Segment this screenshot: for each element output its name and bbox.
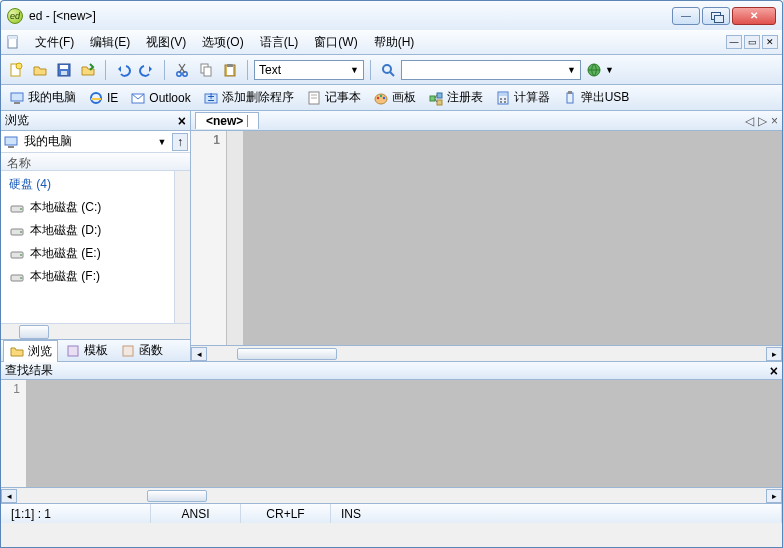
syntax-combo[interactable]: Text ▼ xyxy=(254,60,364,80)
svg-rect-41 xyxy=(567,93,573,103)
paste-button[interactable] xyxy=(219,59,241,81)
ql-addremove[interactable]: ±添加删除程序 xyxy=(199,87,298,108)
drive-item[interactable]: 本地磁盘 (E:) xyxy=(3,242,172,265)
maximize-button[interactable] xyxy=(702,7,730,25)
scroll-thumb[interactable] xyxy=(19,325,49,339)
svg-rect-32 xyxy=(437,100,442,105)
save-button[interactable] xyxy=(53,59,75,81)
menu-help[interactable]: 帮助(H) xyxy=(366,31,423,54)
editor-body[interactable]: 1 xyxy=(191,131,782,345)
tab-close-button[interactable]: × xyxy=(771,114,778,128)
output-close-button[interactable]: × xyxy=(770,363,778,379)
svg-rect-1 xyxy=(8,36,17,39)
drive-item[interactable]: 本地磁盘 (C:) xyxy=(3,196,172,219)
menu-window[interactable]: 窗口(W) xyxy=(306,31,365,54)
save-all-button[interactable] xyxy=(77,59,99,81)
drive-icon xyxy=(9,269,25,285)
tab-templates[interactable]: 模板 xyxy=(60,340,113,361)
output-body[interactable]: 1 xyxy=(1,380,782,487)
computer-icon xyxy=(3,134,19,150)
ql-notepad[interactable]: 记事本 xyxy=(302,87,365,108)
fold-gutter xyxy=(227,131,243,345)
ql-mycomputer[interactable]: 我的电脑 xyxy=(5,87,80,108)
output-hscroll[interactable]: ◂ ▸ xyxy=(1,487,782,503)
web-button[interactable] xyxy=(583,59,605,81)
ql-paint[interactable]: 画板 xyxy=(369,87,420,108)
cut-button[interactable] xyxy=(171,59,193,81)
open-button[interactable] xyxy=(29,59,51,81)
svg-point-3 xyxy=(16,63,22,69)
svg-point-14 xyxy=(383,65,391,73)
svg-point-28 xyxy=(380,94,382,96)
syntax-combo-value: Text xyxy=(259,63,281,77)
scroll-thumb[interactable] xyxy=(237,348,337,360)
mdi-close-button[interactable]: ✕ xyxy=(762,35,778,49)
svg-point-37 xyxy=(500,98,502,100)
undo-button[interactable] xyxy=(112,59,134,81)
scroll-left-button[interactable]: ◂ xyxy=(191,347,207,361)
app-icon: ed xyxy=(7,8,23,24)
template-icon xyxy=(65,343,81,359)
redo-button[interactable] xyxy=(136,59,158,81)
tab-browse[interactable]: 浏览 xyxy=(3,340,58,362)
sidebar-close-button[interactable]: × xyxy=(178,113,186,129)
svg-line-15 xyxy=(390,72,394,76)
svg-rect-36 xyxy=(499,93,507,96)
title-bar: ed ed - [<new>] xyxy=(0,0,783,30)
document-icon xyxy=(5,34,21,50)
mdi-restore-button[interactable]: ▭ xyxy=(744,35,760,49)
svg-point-48 xyxy=(20,231,22,233)
search-button[interactable] xyxy=(377,59,399,81)
tab-prev-button[interactable]: ◁ xyxy=(745,114,754,128)
status-bar: [1:1] : 1 ANSI CR+LF INS xyxy=(1,503,782,523)
computer-icon xyxy=(9,90,25,106)
sidebar-vscroll[interactable] xyxy=(174,171,190,323)
menu-bar: 文件(F) 编辑(E) 视图(V) 选项(O) 语言(L) 窗口(W) 帮助(H… xyxy=(1,30,782,55)
menu-view[interactable]: 视图(V) xyxy=(138,31,194,54)
up-folder-button[interactable]: ↑ xyxy=(172,133,188,151)
scroll-thumb[interactable] xyxy=(147,490,207,502)
ql-regedit[interactable]: 注册表 xyxy=(424,87,487,108)
ql-ejectusb[interactable]: 弹出USB xyxy=(558,87,634,108)
chevron-down-icon[interactable]: ▼ xyxy=(605,65,614,75)
menu-options[interactable]: 选项(O) xyxy=(194,31,251,54)
tab-next-button[interactable]: ▷ xyxy=(758,114,767,128)
sidebar-location-combo[interactable]: 我的电脑 ▼ ↑ xyxy=(1,131,190,153)
svg-point-39 xyxy=(500,101,502,103)
toolbar: Text ▼ ▼ ▼ xyxy=(1,55,782,85)
column-header-name[interactable]: 名称 xyxy=(1,153,190,171)
menu-edit[interactable]: 编辑(E) xyxy=(82,31,138,54)
editor-tab[interactable]: <new> xyxy=(195,112,259,129)
tab-functions[interactable]: 函数 xyxy=(115,340,168,361)
svg-text:±: ± xyxy=(207,90,214,104)
menu-file[interactable]: 文件(F) xyxy=(27,31,82,54)
ql-outlook[interactable]: Outlook xyxy=(126,88,194,108)
mdi-minimize-button[interactable]: — xyxy=(726,35,742,49)
svg-point-27 xyxy=(377,96,379,98)
close-button[interactable] xyxy=(732,7,776,25)
editor-hscroll[interactable]: ◂ ▸ xyxy=(191,345,782,361)
drive-icon xyxy=(9,200,25,216)
scroll-right-button[interactable]: ▸ xyxy=(766,347,782,361)
svg-rect-53 xyxy=(68,346,78,356)
scroll-right-button[interactable]: ▸ xyxy=(766,489,782,503)
new-button[interactable] xyxy=(5,59,27,81)
menu-language[interactable]: 语言(L) xyxy=(252,31,307,54)
copy-button[interactable] xyxy=(195,59,217,81)
drive-tree[interactable]: 硬盘 (4) 本地磁盘 (C:) 本地磁盘 (D:) 本地磁盘 (E:) 本地磁… xyxy=(1,171,174,323)
drive-item[interactable]: 本地磁盘 (D:) xyxy=(3,219,172,242)
svg-rect-18 xyxy=(14,102,20,104)
ql-ie[interactable]: IE xyxy=(84,88,122,108)
ql-calc[interactable]: 计算器 xyxy=(491,87,554,108)
scroll-left-button[interactable]: ◂ xyxy=(1,489,17,503)
svg-point-38 xyxy=(504,98,506,100)
minimize-button[interactable] xyxy=(672,7,700,25)
svg-rect-31 xyxy=(437,93,442,98)
search-combo[interactable]: ▼ xyxy=(401,60,581,80)
sidebar: 浏览 × 我的电脑 ▼ ↑ 名称 硬盘 (4) 本地磁盘 (C:) 本地磁盘 (… xyxy=(1,111,191,361)
text-area[interactable] xyxy=(243,131,782,345)
output-text[interactable] xyxy=(27,380,782,487)
sidebar-hscroll[interactable] xyxy=(1,323,190,339)
drive-item[interactable]: 本地磁盘 (F:) xyxy=(3,265,172,288)
editor-area: <new> ◁ ▷ × 1 ◂ ▸ xyxy=(191,111,782,361)
